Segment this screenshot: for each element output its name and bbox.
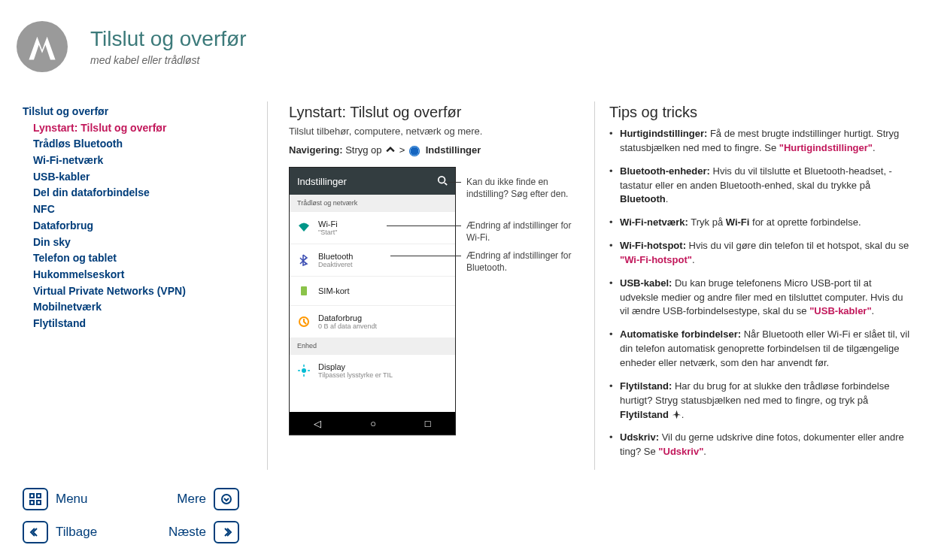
tip-link[interactable]: "Hurtigindstillinger" [779,142,873,153]
sidebar-section-title[interactable]: Tilslut og overfør [23,104,248,120]
sidebar-item[interactable]: Trådløs Bluetooth [33,136,248,153]
sidebar-item[interactable]: Mobilnetværk [33,299,248,316]
settings-row-title: Wi-Fi [318,219,338,229]
tip-item: Automatiske forbindelser: Når Bluetooth … [609,328,910,371]
settings-row-title: Bluetooth [318,252,353,261]
svg-rect-12 [37,501,41,504]
tip-bold-inline: Bluetooth [620,193,666,204]
column-divider [267,101,268,470]
phone-header: Indstillinger [290,168,455,195]
chevron-right-icon [214,521,239,543]
tip-bold: Udskriv: [620,431,659,443]
circle-down-icon [214,488,239,510]
page-header: Tilslut og overfør med kabel eller trådl… [17,21,246,72]
main-heading: Lynstart: Tilslut og overfør [289,104,575,121]
navigation-line: Navigering: Stryg op > Indstillinger [289,144,575,156]
tip-item: USB-kabel: Du kan bruge telefonens Micro… [609,277,910,319]
page-title: Tilslut og overfør [90,27,246,51]
settings-row[interactable]: SIM-kort [290,276,455,305]
column-divider [594,101,595,470]
phone-header-title: Indstillinger [297,176,347,187]
tip-item: Hurtigindstillinger: Få de mest brugte i… [609,127,910,156]
tip-link[interactable]: "Udskriv" [658,446,703,457]
wifi-icon [297,221,311,235]
sim-icon [297,284,311,298]
callout-search: Kan du ikke finde en indstilling? Søg ef… [466,176,587,200]
settings-row-sub: Tilpasset lysstyrke er TIL [318,371,393,379]
home-softkey-icon[interactable]: ○ [370,419,376,428]
settings-row-title: Dataforbrug [318,313,377,322]
menu-button[interactable]: Menu [23,488,101,510]
sidebar-item[interactable]: Wi-Fi-netværk [33,153,248,169]
search-icon[interactable] [437,175,448,188]
phone-section-header: Enhed [290,338,455,354]
bluetooth-icon [297,253,311,267]
tips-column: Tips og tricks Hurtigindstillinger: Få d… [609,104,910,468]
sidebar-item[interactable]: Hukommelseskort [33,267,248,283]
recent-softkey-icon[interactable]: □ [425,419,431,428]
nav-settings: Indstillinger [426,144,481,156]
sidebar-item[interactable]: Virtual Private Networks (VPN) [33,283,248,300]
nav-gt: > [399,144,405,156]
svg-rect-10 [37,494,41,498]
sidebar-item[interactable]: NFC [33,201,248,218]
svg-point-13 [222,495,231,504]
callout-leader [445,182,461,183]
settings-row-sub: "Start" [318,229,338,236]
tip-bold: Hurtigindstillinger: [620,128,707,139]
sidebar-item[interactable]: Lynstart: Tilslut og overfør [33,120,248,137]
svg-rect-2 [301,286,307,295]
more-button[interactable]: Mere [161,488,239,510]
nav-label: Navigering: [289,144,343,156]
back-softkey-icon[interactable]: ◁ [314,419,321,428]
settings-row[interactable]: Dataforbrug0 B af data anvendt [290,305,455,338]
svg-point-4 [302,368,306,373]
sidebar-nav: Tilslut og overfør Lynstart: Tilslut og … [23,104,248,332]
tip-bold: USB-kabel: [620,277,672,289]
sidebar-item[interactable]: Telefon og tablet [33,250,248,267]
data-icon [297,315,311,328]
settings-row-title: Display [318,362,393,371]
callout-bluetooth: Ændring af indstillinger for Bluetooth. [466,250,587,274]
tip-bold: Flytilstand: [620,380,672,392]
grid-icon [23,488,48,510]
phone-section-header: Trådløst og netværk [290,195,455,211]
settings-row[interactable]: Wi-Fi"Start" [290,211,455,244]
phone-mockup: Indstillinger Trådløst og netværk Wi-Fi"… [289,167,456,435]
sidebar-item[interactable]: Din sky [33,235,248,251]
airplane-icon [669,409,682,420]
next-label: Næste [161,525,206,540]
tip-bold: Wi-Fi-hotspot: [620,240,686,251]
sidebar-item[interactable]: Del din dataforbindelse [33,185,248,201]
tip-bold-inline: Flytilstand [620,409,669,420]
settings-row-sub: Deaktiveret [318,261,353,268]
tip-link[interactable]: "Wi-Fi-hotspot" [620,254,692,265]
settings-row[interactable]: BluetoothDeaktiveret [290,244,455,276]
back-button[interactable]: Tilbage [23,521,101,543]
sidebar-item[interactable]: USB-kabler [33,169,248,186]
tip-item: Udskriv: Vil du gerne udskrive dine foto… [609,431,910,459]
motorola-logo-icon [17,21,68,72]
callout-wifi: Ændring af indstillinger for Wi-Fi. [466,219,587,244]
tips-heading: Tips og tricks [609,104,910,121]
menu-label: Menu [56,492,101,507]
settings-row-sub: 0 B af data anvendt [318,322,377,330]
tip-link[interactable]: "USB-kabler" [809,305,871,316]
next-button[interactable]: Næste [161,521,239,543]
svg-rect-9 [30,494,34,498]
chevron-up-icon [386,145,395,156]
tip-item: Wi-Fi-hotspot: Hvis du vil gøre din tele… [609,239,910,268]
settings-row[interactable]: DisplayTilpasset lysstyrke er TIL [290,354,455,386]
tip-bold: Wi-Fi-netværk: [620,216,688,228]
phone-softkeys: ◁ ○ □ [290,412,455,434]
nav-text: Stryg op [345,144,381,156]
settings-row-title: SIM-kort [318,286,350,295]
more-label: Mere [161,492,206,507]
chevron-left-icon [23,521,48,543]
tip-item: Bluetooth-enheder: Hvis du vil tilslutte… [609,165,910,207]
svg-rect-11 [30,501,34,504]
sidebar-item[interactable]: Flytilstand [33,316,248,332]
display-icon [297,364,311,377]
bottom-nav: Menu Mere Tilbage Næste [23,488,239,543]
sidebar-item[interactable]: Dataforbrug [33,218,248,235]
